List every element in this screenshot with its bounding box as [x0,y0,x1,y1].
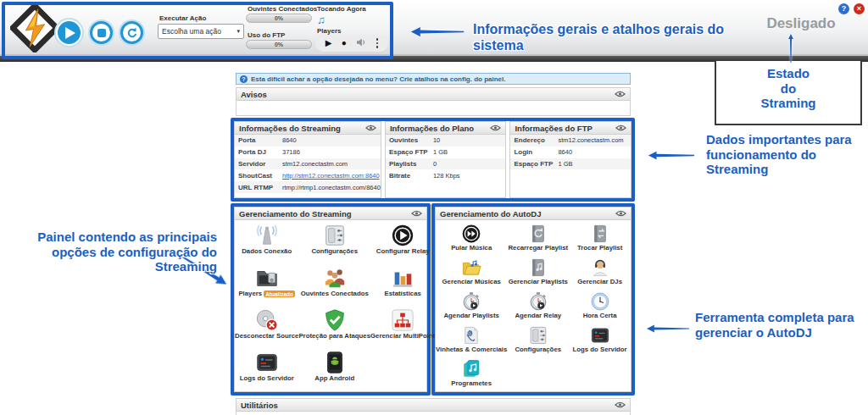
info-row-label: Endereço [514,136,558,144]
start-stream-button[interactable] [56,19,82,46]
sliders-icon [323,224,347,247]
eye-icon[interactable] [615,210,626,217]
info-panels: Informações do Streaming Porta8640Porta … [234,121,632,198]
eye-icon[interactable] [615,125,626,131]
now-playing-label: Tocando Agora [317,5,366,13]
clock-icon [590,291,610,312]
info-row-link[interactable]: http://stm12.conectastm.com:8640 [282,172,380,180]
close-icon[interactable]: × [854,3,865,14]
shortcut-logs-do-servidor[interactable]: Logs do Servidor [569,325,631,359]
shortcut-programetes[interactable]: Programetes [436,359,507,393]
info-row-label: Bitrate [389,172,433,180]
info-row: Espaço FTP1 GB [386,147,506,158]
shortcut-trocar-playlist[interactable]: Trocar Playlist [569,224,631,257]
info-row-value: rtmp://rtmp1.conectastm.com/8640 [282,184,381,191]
shortcut-label: Gerenciar Músicas [442,279,501,286]
eye-icon[interactable] [365,125,376,131]
stop-stream-button[interactable] [90,21,113,44]
help-icon[interactable]: ? [838,3,849,14]
info-row-label: Porta [238,136,282,144]
shortcut-gerenciar-djs[interactable]: Gerenciar DJs [569,257,631,291]
shortcut-configuracoes[interactable]: Configurações [507,325,569,359]
player-play-icon[interactable]: ▶ [326,39,332,47]
shortcut-label: Ouvintes Conectados [301,290,369,298]
shortcut-pular-musica[interactable]: Pular Música [436,224,507,257]
annotation-arrow-left [405,25,470,38]
info-row-label: Espaço FTP [514,160,558,168]
shortcut-logs-do-servidor[interactable]: Logs do Servidor [235,351,298,393]
info-row: Login8640 [510,147,631,158]
plano-info-title: Informações do Plano [390,124,474,133]
info-row-label: Login [514,148,558,156]
info-row-value: 8640 [282,136,297,144]
shortcut-label: Agendar Relay [515,313,561,320]
more-options-icon[interactable] [376,38,379,48]
volume-icon[interactable] [356,38,366,48]
updated-badge: Atualizado [264,290,295,297]
shortcut-gerenciar-multipoint[interactable]: Gerenciar MultiPoint [370,308,435,351]
folder-player-icon [255,266,279,290]
shortcut-label: Programetes [451,380,492,388]
ftp-info-title: Informações do FTP [515,124,592,133]
shortcut-label: Gerenciar MultiPoint [370,333,435,340]
shortcut-vinhetas-comerciais[interactable]: Vinhetas & Comerciais [436,325,507,359]
streaming-info-title: Informações do Streaming [239,124,341,133]
shortcut-estatisticas[interactable]: Estatísticas [370,266,435,308]
shortcut-label: Hora Certa [583,313,617,320]
shortcut-label: Pular Música [451,245,492,252]
stop-icon [97,29,106,37]
shortcut-label: PlayersAtualizado [238,290,295,298]
shortcut-label: Dados Conexão [242,248,292,256]
shortcut-players[interactable]: PlayersAtualizado [235,266,298,308]
shortcut-dados-conexao[interactable]: Dados Conexão [235,224,298,266]
streaming-info-panel: Informações do Streaming Porta8640Porta … [234,121,381,198]
ftp-info-panel: Informações do FTP Endereçostm12.conecta… [509,121,632,198]
annotation-arrow-up [787,34,795,63]
shortcut-gerenciar-musicas[interactable]: Gerenciar Músicas [436,257,507,291]
skip-circle-icon [461,224,481,244]
annotation-estado: Estado do Straming [715,66,862,111]
help-icon: ? [240,75,248,83]
shortcut-hora-certa[interactable]: Hora Certa [569,291,631,325]
restart-stream-button[interactable] [120,21,143,44]
music-cards-icon [461,359,481,379]
eye-icon[interactable] [411,210,422,217]
eye-icon[interactable] [615,401,626,408]
shortcut-configurar-relay[interactable]: Configurar Relay [370,224,435,266]
shortcut-desconectar-source[interactable]: Desconectar Source [235,308,298,351]
info-row: Ouvintes10 [386,135,506,147]
info-row-value: 1 GB [558,160,572,168]
terminal-icon [590,325,610,346]
action-label: Executar Ação [159,14,206,22]
annotation-arrow-left [642,150,701,161]
info-row-value: 1 GB [433,148,448,156]
shortcut-agendar-relay[interactable]: Agendar Relay [507,291,569,325]
info-row-value: 0 [433,160,437,168]
info-row-value: 8640 [558,148,572,156]
annotation-top: Informações gerais e atalhos gerais do s… [473,22,770,54]
shortcut-configuracoes[interactable]: Configurações [298,224,370,266]
streaming-panel-page: Executar Ação Escolha uma ação ▾ Ouvinte… [0,0,868,415]
shortcut-ouvintes-conectados[interactable]: Ouvintes Conectados [298,266,370,308]
action-select[interactable]: Escolha uma ação ▾ [158,24,244,39]
eye-icon[interactable] [490,125,501,131]
shortcut-gerenciar-playlists[interactable]: Gerenciar Playlists [507,257,569,291]
player-record-icon[interactable]: ● [342,39,347,47]
streaming-mgmt-panel: Gerenciamento do Streaming Dados Conexão… [234,207,427,392]
shortcut-label: Logs do Servidor [573,346,627,354]
annotation-ferramenta: Ferramenta completa para gerenciar o Aut… [695,310,865,340]
shortcut-label: Recarregar Playlist [508,245,568,252]
shortcut-protecao-para-ataques[interactable]: Proteção para Ataques [298,308,370,351]
play-icon [65,27,75,39]
players-label: Players [317,27,341,35]
android-icon [323,351,347,374]
shortcut-app-android[interactable]: App Android [298,351,370,393]
info-row: Porta DJ37186 [235,147,381,158]
shortcut-agendar-playlists[interactable]: Agendar Playlists [436,291,507,325]
player-controls: ▶ ● [315,35,388,52]
book-note-icon [528,257,548,278]
shortcut-label: Configurações [515,346,561,354]
action-select-value: Escolha uma ação [162,27,221,36]
eye-icon[interactable] [615,91,626,97]
shortcut-recarregar-playlist[interactable]: Recarregar Playlist [507,224,569,257]
